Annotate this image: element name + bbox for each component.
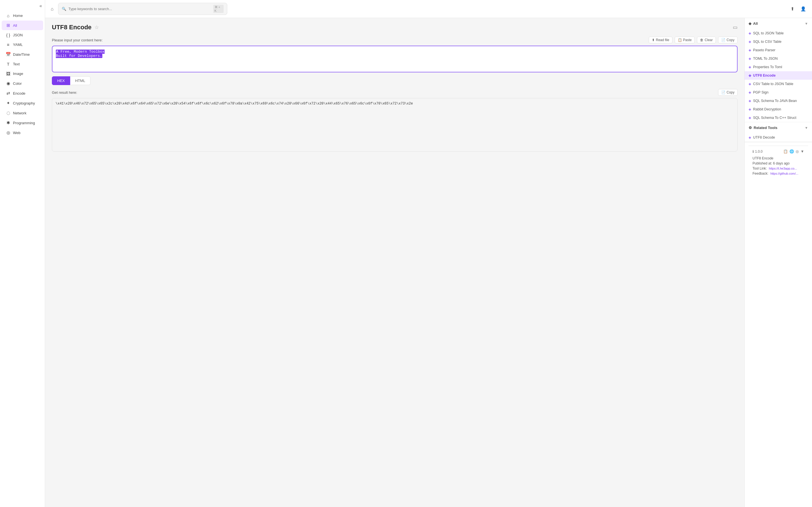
tab-html[interactable]: HTML [70,76,91,85]
sidebar-item-color[interactable]: ◉Color [2,78,43,88]
collapse-sidebar-button[interactable]: « [40,3,42,8]
sidebar-icon-image: 🖼 [6,71,11,76]
sidebar-label-programming: Programming [13,121,35,125]
paste-icon: 📋 [678,38,682,42]
rs-item-rabbit-decryption[interactable]: ◈Rabbit Decryption [745,105,812,114]
sidebar-label-web: Web [13,131,20,135]
related-tools-section-header[interactable]: ⚙ Related Tools ▼ [745,122,812,133]
sidebar-label-encode: Encode [13,91,26,96]
sidebar-item-cryptography[interactable]: ✦Cryptography [2,98,43,108]
sidebar-label-all: All [13,23,17,27]
sidebar-item-json[interactable]: { }JSON [2,31,43,40]
sidebar-icon-datetime: 📅 [6,52,11,57]
rs-icon-rabbit-decryption: ◈ [749,107,751,111]
search-input[interactable] [68,7,211,11]
rs-icon-pgp-sign: ◈ [749,91,751,94]
rs-label-sql-to-csv: SQL to CSV Table [753,40,781,44]
sidebar-label-text: Text [13,62,20,66]
rs-item-sql-schema-cpp[interactable]: ◈SQL Schema To C++ Struct [745,114,812,122]
rs-label-sql-schema-java: SQL Schema To JAVA Bean [753,99,797,103]
all-tools-title: ◈ All [749,21,758,25]
sidebar: « ⌂Home⊞All{ }JSON≡YAML📅Date/TimeTText🖼I… [0,0,45,507]
rs-label-utf8-encode: UTF8 Encode [753,73,776,77]
version-feedback: Feedback: https://github.com/... [753,172,804,175]
topbar: ⌂ 🔍 ⌘ + K ⬆ 👤 [45,0,812,18]
right-sidebar: ◈ All ▼ ◈SQL to JSON Table◈SQL to CSV Ta… [744,18,812,507]
topbar-actions: ⬆ 👤 [789,5,808,13]
related-item-utf8-decode[interactable]: ◈UTF8 Decode [745,133,812,142]
version-action-2[interactable]: 🌐 [790,149,794,154]
sidebar-icon-network: ◌ [6,110,11,115]
rs-item-sql-to-csv[interactable]: ◈SQL to CSV Table [745,38,812,46]
sidebar-item-programming[interactable]: ✱Programming [2,118,43,128]
rs-item-sql-to-json[interactable]: ◈SQL to JSON Table [745,29,812,38]
all-tools-list: ◈SQL to JSON Table◈SQL to CSV Table◈Pase… [745,29,812,122]
rs-item-properties-to-toml[interactable]: ◈Properties To Toml [745,63,812,71]
sidebar-item-network[interactable]: ◌Network [2,108,43,118]
rs-icon-utf8-encode: ◈ [749,73,751,77]
rs-icon-paseto-parser: ◈ [749,48,751,52]
sidebar-icon-all: ⊞ [6,23,11,28]
share-button[interactable]: ⬆ [789,5,796,13]
rs-label-sql-schema-cpp: SQL Schema To C++ Struct [753,116,797,120]
sidebar-item-image[interactable]: 🖼Image [2,69,43,78]
format-tabs: HEX HTML [52,76,738,85]
paste-button[interactable]: 📋 Paste [675,37,695,43]
tab-hex[interactable]: HEX [52,76,70,85]
favorite-button[interactable]: ☆ [94,24,99,31]
sidebar-item-web[interactable]: ◎Web [2,128,43,137]
related-tools-icon: ⚙ [749,126,752,130]
rs-label-paseto-parser: Paseto Parser [753,48,775,52]
read-file-button[interactable]: ⬆ Read file [649,37,672,43]
input-area-container: A Free, Modern ToolboxBuilt for Develope… [52,46,738,72]
input-display[interactable]: A Free, Modern ToolboxBuilt for Develope… [52,46,738,72]
version-action-chevron[interactable]: ▼ [801,149,804,154]
rs-label-sql-to-json: SQL to JSON Table [753,31,783,35]
sidebar-icon-json: { } [6,33,11,38]
rs-item-utf8-encode[interactable]: ◈UTF8 Encode [745,71,812,80]
copy-result-button[interactable]: 📄 Copy [718,89,738,96]
tool-link-anchor[interactable]: https://t.he3app.co... [769,167,797,170]
rs-item-csv-to-json[interactable]: ◈CSV Table to JSON Table [745,80,812,88]
version-action-3[interactable]: ◎ [796,149,799,154]
sidebar-item-datetime[interactable]: 📅Date/Time [2,50,43,59]
rs-icon-sql-schema-cpp: ◈ [749,116,751,120]
rs-item-sql-schema-java[interactable]: ◈SQL Schema To JAVA Bean [745,97,812,105]
rs-label-csv-to-json: CSV Table to JSON Table [753,82,794,86]
copy-input-icon: 📄 [721,38,725,42]
version-action-1[interactable]: 📋 [783,149,788,154]
feedback-link-anchor[interactable]: https://github.com/... [770,172,798,175]
clear-button[interactable]: 🗑 Clear [697,37,716,43]
sidebar-item-text[interactable]: TText [2,59,43,69]
content-area: UTF8 Encode ☆ ▭ Please input your conten… [45,18,812,507]
search-shortcut: ⌘ + K [213,5,223,13]
version-header: ℹ 1.0.0 📋 🌐 ◎ ▼ [753,149,804,154]
layout-toggle-button[interactable]: ▭ [733,24,738,31]
home-button[interactable]: ⌂ [49,5,55,13]
profile-button[interactable]: 👤 [799,5,808,13]
sidebar-item-all[interactable]: ⊞All [2,20,43,30]
input-actions: ⬆ Read file 📋 Paste 🗑 Clear 📄 Copy [649,37,738,43]
sidebar-nav: ⌂Home⊞All{ }JSON≡YAML📅Date/TimeTText🖼Ima… [0,11,45,138]
sidebar-item-yaml[interactable]: ≡YAML [2,40,43,49]
all-tools-chevron: ▼ [805,22,808,25]
version-action-buttons: 📋 🌐 ◎ ▼ [783,149,804,154]
sidebar-item-home[interactable]: ⌂Home [2,11,43,20]
copy-input-button[interactable]: 📄 Copy [718,37,738,43]
sidebar-icon-color: ◉ [6,81,11,86]
rs-icon-sql-to-csv: ◈ [749,40,751,44]
sidebar-icon-cryptography: ✦ [6,101,11,106]
version-tool-name: UTF8 Encode [753,156,804,160]
rs-label-properties-to-toml: Properties To Toml [753,65,782,69]
result-textarea[interactable] [52,98,738,152]
all-tools-section-header[interactable]: ◈ All ▼ [745,18,812,29]
rs-item-paseto-parser[interactable]: ◈Paseto Parser [745,46,812,54]
sidebar-item-encode[interactable]: ⇄Encode [2,89,43,98]
sidebar-icon-home: ⌂ [6,13,11,18]
rs-icon-sql-to-json: ◈ [749,31,751,35]
rs-label-pgp-sign: PGP Sign [753,91,769,94]
sidebar-label-network: Network [13,111,27,115]
version-info: UTF8 Encode Published at: 6 days ago Too… [753,156,804,175]
rs-item-pgp-sign[interactable]: ◈PGP Sign [745,88,812,97]
rs-item-toml-to-json[interactable]: ◈TOML To JSON [745,54,812,63]
